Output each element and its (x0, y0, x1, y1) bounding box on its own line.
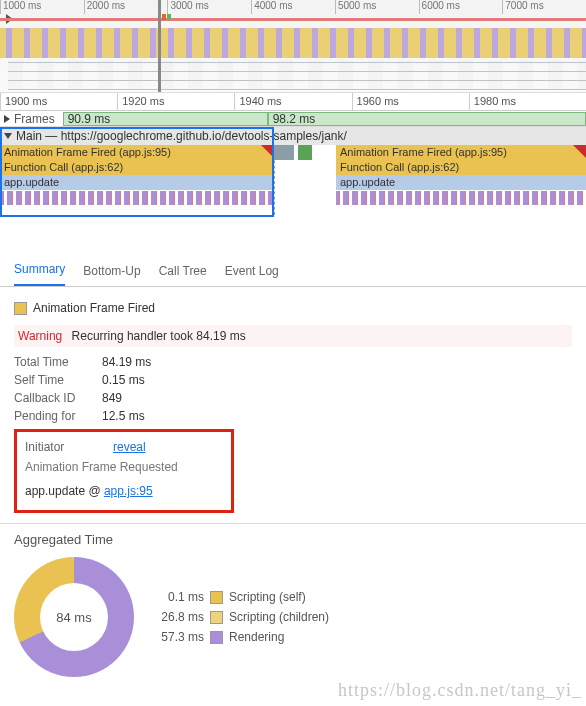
initiator-box: Initiatorreveal Animation Frame Requeste… (14, 429, 234, 513)
warning-label: Warning (18, 329, 62, 343)
legend-label: Scripting (self) (229, 590, 306, 604)
pending-for-key: Pending for (14, 409, 94, 423)
aggregated-time: Aggregated Time 84 ms 0.1 msScripting (s… (0, 523, 586, 685)
warning-text: Recurring handler took 84.19 ms (72, 329, 246, 343)
total-time-key: Total Time (14, 355, 94, 369)
tick: 1960 ms (352, 93, 469, 110)
tick: 1920 ms (117, 93, 234, 110)
bars-group: Animation Frame Fired (app.js:95) Functi… (336, 145, 586, 215)
overview-ruler: 1000 ms 2000 ms 3000 ms 4000 ms 5000 ms … (0, 0, 586, 14)
frames-label: Frames (14, 112, 55, 126)
callback-id-key: Callback ID (14, 391, 94, 405)
donut-chart: 84 ms (14, 557, 134, 677)
grey-green-markers (274, 145, 336, 191)
donut-center-text: 84 ms (56, 610, 91, 625)
color-swatch-icon (210, 591, 223, 604)
flame-overview (0, 28, 586, 58)
bar-app-update[interactable]: app.update (336, 175, 586, 190)
bar-animation-frame-fired[interactable]: Animation Frame Fired (app.js:95) (336, 145, 586, 160)
warning-banner: Warning Recurring handler took 84.19 ms (14, 325, 572, 347)
timeline-overview[interactable]: 1000 ms 2000 ms 3000 ms 4000 ms 5000 ms … (0, 0, 586, 93)
legend-label: Rendering (229, 630, 284, 644)
cursor-marker-green (167, 14, 171, 20)
main-track-bars[interactable]: Animation Frame Fired (app.js:95) Functi… (0, 145, 586, 215)
event-title: Animation Frame Fired (14, 301, 572, 315)
legend-time: 57.3 ms (154, 630, 204, 644)
tick: 1000 ms (0, 0, 84, 14)
flame-ruler: 1900 ms 1920 ms 1940 ms 1960 ms 1980 ms (0, 93, 586, 111)
tab-call-tree[interactable]: Call Tree (159, 264, 207, 286)
tick: 1940 ms (234, 93, 351, 110)
color-swatch-icon (210, 611, 223, 624)
frame-segment[interactable]: 90.9 ms (63, 112, 268, 126)
tick: 2000 ms (84, 0, 168, 14)
bar-app-update[interactable]: app.update (0, 175, 274, 190)
event-name: Animation Frame Fired (33, 301, 155, 315)
tick: 1980 ms (469, 93, 586, 110)
main-track-header[interactable]: Main — https://googlechrome.github.io/de… (0, 127, 586, 145)
total-time-value: 84.19 ms (102, 355, 151, 369)
tick: 7000 ms (502, 0, 586, 14)
legend-label: Scripting (children) (229, 610, 329, 624)
frames-track[interactable]: Frames 90.9 ms 98.2 ms (0, 111, 586, 127)
stack-function: app.update @ (25, 484, 104, 498)
divider-dashed (274, 145, 275, 215)
tab-summary[interactable]: Summary (14, 262, 65, 286)
tick: 6000 ms (419, 0, 503, 14)
tick: 3000 ms (167, 0, 251, 14)
overview-rows (8, 60, 586, 90)
summary-panel: Animation Frame Fired Warning Recurring … (0, 287, 586, 523)
tick: 1900 ms (0, 93, 117, 110)
initiator-key: Initiator (25, 440, 105, 454)
aggregated-title: Aggregated Time (14, 532, 572, 547)
frame-segment[interactable]: 98.2 ms (268, 112, 586, 126)
bar-animation-frame-fired[interactable]: Animation Frame Fired (app.js:95) (0, 145, 274, 160)
bar-function-call[interactable]: Function Call (app.js:62) (336, 160, 586, 175)
details-tabs: Summary Bottom-Up Call Tree Event Log (0, 253, 586, 287)
flame-chart[interactable]: 1900 ms 1920 ms 1940 ms 1960 ms 1980 ms … (0, 93, 586, 253)
pending-for-value: 12.5 ms (102, 409, 145, 423)
initiator-event: Animation Frame Requested (25, 456, 223, 478)
tick: 5000 ms (335, 0, 419, 14)
collapse-icon[interactable] (4, 115, 10, 123)
bar-function-call[interactable]: Function Call (app.js:62) (0, 160, 274, 175)
reveal-link[interactable]: reveal (113, 440, 146, 454)
color-swatch-icon (210, 631, 223, 644)
self-time-value: 0.15 ms (102, 373, 145, 387)
self-time-key: Self Time (14, 373, 94, 387)
callback-id-value: 849 (102, 391, 122, 405)
source-link[interactable]: app.js:95 (104, 484, 153, 498)
color-swatch-icon (14, 302, 27, 315)
overview-cursor[interactable] (158, 0, 172, 92)
expand-icon[interactable] (4, 133, 12, 139)
cursor-marker-red (162, 14, 166, 20)
bar-stripe (336, 191, 586, 205)
tab-event-log[interactable]: Event Log (225, 264, 279, 286)
legend-time: 0.1 ms (154, 590, 204, 604)
bar-stripe (0, 191, 274, 205)
tick: 4000 ms (251, 0, 335, 14)
legend-time: 26.8 ms (154, 610, 204, 624)
legend: 0.1 msScripting (self) 26.8 msScripting … (154, 587, 329, 647)
main-label: Main — https://googlechrome.github.io/de… (16, 129, 347, 143)
tab-bottom-up[interactable]: Bottom-Up (83, 264, 140, 286)
bars-group: Animation Frame Fired (app.js:95) Functi… (0, 145, 274, 215)
cpu-track (0, 18, 586, 21)
